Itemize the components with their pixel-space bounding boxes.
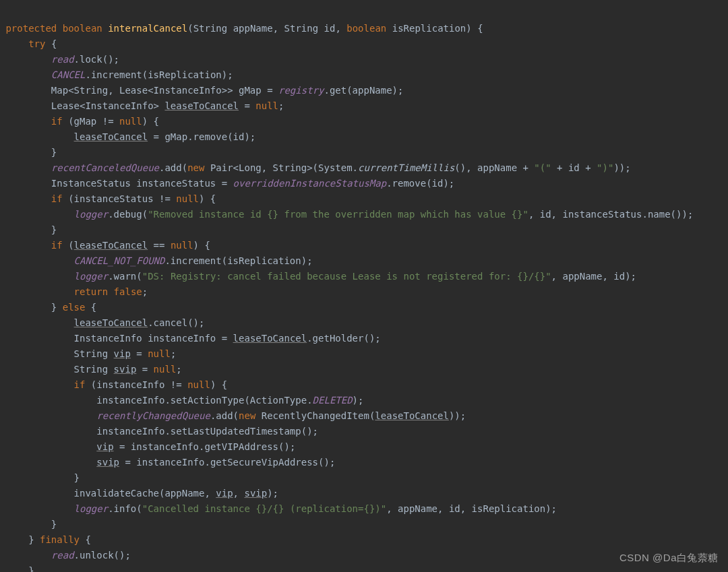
string: "Removed instance id {} from the overrid… [148, 209, 528, 220]
code-editor[interactable]: protected boolean internalCancel(String … [0, 0, 728, 572]
kw-false: false [114, 286, 142, 297]
var: leaseToCancel [74, 317, 148, 328]
kw-if: if [51, 116, 63, 127]
var: leaseToCancel [375, 410, 449, 421]
punc: { [85, 302, 96, 313]
cond: (instanceInfo != [85, 379, 187, 390]
field-CANCEL_NOT_FOUND: CANCEL_NOT_FOUND [74, 255, 165, 266]
kw-finally: finally [40, 534, 80, 545]
call: RecentlyChangedItem( [255, 410, 375, 421]
expr: , id, instanceStatus.name()); [528, 209, 693, 220]
var-leaseToCancel: leaseToCancel [74, 131, 148, 142]
var: svip [244, 488, 267, 499]
kw-if: if [51, 240, 63, 251]
punc: ) { [193, 240, 210, 251]
field: overriddenInstanceStatusMap [233, 178, 387, 189]
kw-null: null [187, 379, 210, 390]
method-name: internalCancel [108, 23, 187, 34]
string: "Cancelled instance {}/{} (replication={… [142, 503, 386, 514]
call: get(appName); [330, 85, 404, 96]
punc: ) { [142, 116, 159, 127]
var-leaseToCancel: leaseToCancel [164, 100, 239, 111]
call: .unlock(); [74, 550, 131, 561]
field-registry: registry [278, 85, 324, 96]
punc: ( [187, 23, 193, 34]
call: .add( [159, 162, 187, 173]
expr: = instanceInfo.getSecureVipAddress(); [119, 457, 335, 468]
static-call: currentTimeMillis [358, 162, 454, 173]
call: .add( [210, 410, 239, 421]
code-content: protected boolean internalCancel(String … [0, 21, 728, 572]
punc: ); [267, 488, 278, 499]
type: String [284, 23, 324, 34]
punc: , [335, 23, 346, 34]
punc: ; [142, 286, 148, 297]
var: svip [96, 457, 119, 468]
field-recentCanceledQueue: recentCanceledQueue [51, 162, 159, 173]
var: vip [114, 348, 131, 359]
call: .warn( [108, 271, 142, 282]
punc: } [51, 224, 57, 235]
punc: } [74, 472, 80, 483]
call: increment(isReplication); [91, 69, 233, 80]
cond: == [148, 240, 171, 251]
type: String [193, 23, 233, 34]
call: invalidateCache(appName, [74, 488, 216, 499]
field-logger: logger [74, 503, 109, 514]
kw-try: try [28, 38, 45, 49]
call: Pair<Long, String>(System. [204, 162, 358, 173]
op: = [239, 100, 255, 111]
punc: , [233, 488, 245, 499]
expr: = instanceInfo.getVIPAddress(); [114, 441, 296, 452]
string: "(" [534, 162, 551, 173]
param: appName [233, 23, 273, 34]
call: .cancel(); [148, 317, 204, 328]
punc: ; [171, 348, 176, 359]
kw-boolean: boolean [63, 23, 102, 34]
punc: } [51, 302, 63, 313]
field-read: read [51, 54, 74, 65]
punc: ( [63, 240, 74, 251]
kw-protected: protected [5, 23, 57, 34]
punc: , [273, 23, 284, 34]
punc: } [28, 565, 34, 572]
var: vip [216, 488, 233, 499]
field-recentlyChangedQueue: recentlyChangedQueue [96, 410, 210, 421]
string: ")" [597, 162, 613, 173]
kw-new: new [239, 410, 255, 421]
punc: . [74, 54, 80, 65]
punc: )); [449, 410, 466, 421]
field-logger: logger [74, 209, 109, 220]
call: .info( [108, 503, 142, 514]
var: leaseToCancel [74, 240, 148, 251]
expr: , appName, id, isReplication); [386, 503, 557, 514]
punc: )); [613, 162, 630, 173]
punc: ) { [210, 379, 227, 390]
cond: (instanceStatus != [63, 193, 177, 204]
punc: } [51, 519, 57, 530]
punc: } [28, 534, 40, 545]
kw-return: return [74, 286, 109, 297]
kw-if: if [51, 193, 63, 204]
field-read: read [51, 550, 74, 561]
decl: String [74, 364, 114, 375]
cond: (gMap != [63, 116, 119, 127]
kw-null: null [176, 193, 199, 204]
kw-if: if [74, 379, 86, 390]
punc: { [45, 38, 57, 49]
kw-new: new [187, 162, 204, 173]
call: instanceInfo.setLastUpdatedTimestamp(); [96, 426, 318, 437]
decl: InstanceStatus instanceStatus = [51, 178, 233, 189]
call: .debug( [108, 209, 148, 220]
call: lock(); [80, 54, 119, 65]
var: vip [96, 441, 113, 452]
punc: ) { [466, 23, 483, 34]
punc: } [51, 147, 57, 158]
punc: ; [278, 100, 284, 111]
kw-null: null [255, 100, 278, 111]
expr: , appName, id); [551, 271, 636, 282]
call: .remove(id); [386, 178, 454, 189]
expr: (), appName + [454, 162, 534, 173]
kw-null: null [148, 348, 171, 359]
enum-DELETED: DELETED [313, 395, 353, 406]
